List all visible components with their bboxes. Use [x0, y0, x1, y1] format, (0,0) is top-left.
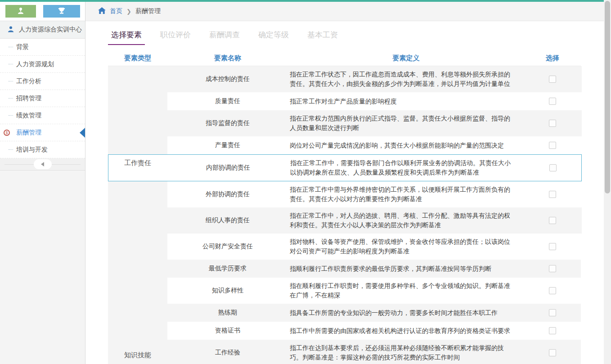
row-checkbox[interactable] [549, 142, 556, 149]
row-checkbox[interactable] [549, 76, 556, 83]
row-checkbox[interactable] [549, 217, 556, 224]
factor-name: 公司财产安全责任 [167, 243, 288, 251]
tab-salary-survey[interactable]: 薪酬调查 [206, 30, 243, 45]
table-row[interactable]: 知识多样性 指在顺利履行工作职责时，需要使用多种学科、多个专业领域的知识。判断基… [167, 278, 581, 304]
header-select: 选择 [524, 54, 581, 63]
table-row[interactable]: 最低学历要求 指顺利履行工作职责所要求的最低学历要求，其判断基准按同等学历判断 [167, 260, 581, 278]
header-factor-name: 要素名称 [167, 54, 288, 63]
table-row[interactable]: 工作经验 指工作在达到基本要求后，还必须运用某种必须随经验不断积累才能掌握的技巧… [167, 340, 581, 364]
home-icon[interactable] [98, 7, 106, 16]
tab-grade-determination[interactable]: 确定等级 [255, 30, 292, 45]
row-checkbox[interactable] [549, 265, 556, 272]
tab-position-evaluation[interactable]: 职位评价 [157, 30, 194, 45]
table-row[interactable]: 外部协调的责任 指在正常工作中需与外界维持密切的工作关系，以便顺利开展工作方面所… [167, 181, 582, 207]
tree-connector [9, 47, 13, 47]
org-button[interactable] [5, 5, 36, 18]
header-factor-definition: 要素定义 [288, 54, 524, 63]
sidebar-item-training[interactable]: 培训与开发 [0, 141, 85, 158]
tab-bar: 选择要素 职位评价 薪酬调查 确定等级 基本工资 [108, 30, 604, 45]
sidebar-item-performance[interactable]: 绩效管理 [0, 107, 85, 124]
user-icon [7, 26, 14, 34]
factor-name: 质量责任 [167, 97, 288, 105]
scrollbar-thumb[interactable] [605, 1, 610, 193]
factor-name: 知识多样性 [167, 287, 288, 295]
factor-definition: 指工作中所需要的由国家或者相关机构进行认证的非教育序列的资格类证书要求 [288, 323, 524, 339]
table-row[interactable]: 资格证书 指工作中所需要的由国家或者相关机构进行认证的非教育序列的资格类证书要求 [167, 322, 581, 340]
sidebar-item-background[interactable]: 背景 [0, 39, 85, 56]
table-row[interactable]: 产量责任 岗位对公司产量完成情况的影响，其责任大小根据所能影响的产量的范围决定 [167, 136, 582, 154]
breadcrumb-home-link[interactable]: 首页 [110, 7, 122, 15]
sidebar-collapse-button[interactable] [0, 158, 85, 171]
sidebar-menu: 背景 人力资源规划 工作分析 招聘管理 绩效管理 $ 薪酬管理 培训与开发 [0, 39, 85, 158]
header-factor-type: 要素类型 [108, 54, 167, 63]
factor-definition: 指在正常工作状态下，因工作疏忽而造成成本、费用、利息等额外损失所承担的责任。其责… [288, 66, 524, 92]
sidebar-item-label: 培训与开发 [16, 146, 48, 154]
sidebar-item-hr-planning[interactable]: 人力资源规划 [0, 56, 85, 73]
tree-connector [9, 81, 13, 81]
factor-definition: 岗位对公司产量完成情况的影响，其责任大小根据所能影响的产量的范围决定 [288, 137, 524, 154]
factor-name: 最低学历要求 [167, 265, 288, 273]
tab-base-salary[interactable]: 基本工资 [304, 30, 341, 45]
row-checkbox[interactable] [549, 98, 556, 105]
sidebar-filler [0, 171, 85, 364]
collapse-left-icon [41, 162, 44, 166]
factor-name: 工作经验 [167, 349, 288, 357]
category-label: 工作责任 [108, 159, 167, 167]
factor-definition: 指在顺利履行工作职责时，需要使用多种学科、多个专业领域的知识。判断基准在广博，不… [288, 278, 524, 304]
main-content: 选择要素 职位评价 薪酬调查 确定等级 基本工资 要素类型 要素名称 要素定义 … [85, 21, 604, 364]
sidebar-item-job-analysis[interactable]: 工作分析 [0, 73, 85, 90]
row-checkbox[interactable] [549, 349, 556, 356]
vertical-scrollbar [604, 0, 611, 364]
table-row[interactable]: 成本控制的责任 指在正常工作状态下，因工作疏忽而造成成本、费用、利息等额外损失所… [167, 66, 582, 92]
table-row[interactable]: 质量责任 指正常工作对生产产品质量的影响程度 [167, 92, 582, 110]
factor-name: 指导监督的责任 [167, 119, 288, 127]
sidebar-title-row: 人力资源综合实训中心 [0, 21, 85, 39]
sidebar-item-label: 背景 [16, 43, 29, 51]
factor-table: 要素类型 要素名称 要素定义 选择 工作责任 成本控制的责任 指在正常工作状态下… [108, 51, 581, 364]
factor-name: 熟练期 [167, 309, 288, 317]
table-row[interactable]: 指导监督的责任 指在正常权力范围内所执行的正式指导、监督。其责任大小根据所监督、… [167, 110, 582, 136]
tab-select-factors[interactable]: 选择要素 [108, 30, 145, 45]
table-row[interactable]: 熟练期 指具备工作所需的专业知识的一般劳动力，需要多长时间才能胜任本职工作 [167, 304, 581, 322]
factor-definition: 指具备工作所需的专业知识的一般劳动力，需要多长时间才能胜任本职工作 [288, 305, 524, 321]
factor-definition: 指对物料、设备等资产使用、保管或维护，资金收付等应承担的责任；以该岗位对公司资产… [288, 234, 524, 260]
row-checkbox[interactable] [549, 287, 556, 294]
factor-definition: 指在正常工作中需与外界维持密切的工作关系，以便顺利开展工作方面所负有的责任。其责… [288, 181, 524, 207]
table-group-work-responsibility: 工作责任 成本控制的责任 指在正常工作状态下，因工作疏忽而造成成本、费用、利息等… [108, 66, 581, 260]
group-rows: 最低学历要求 指顺利履行工作职责所要求的最低学历要求，其判断基准按同等学历判断 … [167, 260, 581, 364]
factor-name: 内部协调的责任 [168, 164, 288, 172]
table-row-selected[interactable]: 内部协调的责任 指在正常工作中，需要指导各部门合作以顺利开展业务的协调活动。其责… [108, 154, 582, 181]
row-checkbox[interactable] [549, 243, 556, 250]
factor-name: 产量责任 [167, 141, 288, 149]
factor-definition: 指在正常权力范围内所执行的正式指导、监督。其责任大小根据所监督、指导的人员数量和… [288, 110, 524, 136]
row-checkbox[interactable] [549, 327, 556, 334]
tree-connector [9, 115, 13, 116]
factor-definition: 指在正常工作中，需要指导各部门合作以顺利开展业务的协调活动。其责任大小以协调对象… [288, 155, 525, 181]
sidebar: 人力资源综合实训中心 背景 人力资源规划 工作分析 招聘管理 绩效管理 $ 薪酬… [0, 2, 85, 364]
sidebar-item-label: 绩效管理 [16, 112, 41, 120]
sidebar-item-label: 工作分析 [16, 77, 41, 85]
table-row[interactable]: 组织人事的责任 指在正常工作中，对人员的选拔、聘用、考核、工作分配、激励等具有法… [167, 207, 582, 234]
table-row[interactable]: 公司财产安全责任 指对物料、设备等资产使用、保管或维护，资金收付等应承担的责任；… [167, 234, 582, 260]
row-checkbox[interactable] [549, 120, 556, 127]
factor-definition: 指工作在达到基本要求后，还必须运用某种必须随经验不断积累才能掌握的技巧。判断基准… [288, 340, 524, 364]
active-item-arrow-icon [80, 128, 85, 138]
row-checkbox[interactable] [549, 164, 557, 171]
row-checkbox[interactable] [549, 309, 556, 316]
trophy-icon [58, 7, 66, 16]
row-checkbox[interactable] [549, 191, 556, 198]
tree-connector [9, 64, 13, 64]
sidebar-title: 人力资源综合实训中心 [19, 26, 82, 34]
award-button[interactable] [43, 5, 80, 18]
group-rows: 成本控制的责任 指在正常工作状态下，因工作疏忽而造成成本、费用、利息等额外损失所… [167, 66, 582, 260]
sidebar-item-label: 招聘管理 [16, 94, 41, 103]
tree-connector [9, 98, 13, 99]
tree-connector [9, 149, 13, 150]
sidebar-item-label: 人力资源规划 [16, 60, 54, 68]
factor-definition: 指正常工作对生产产品质量的影响程度 [288, 93, 524, 110]
person-icon [17, 7, 25, 16]
category-label: 知识技能 [108, 351, 167, 360]
sidebar-item-recruitment[interactable]: 招聘管理 [0, 90, 85, 107]
sidebar-item-compensation[interactable]: $ 薪酬管理 [0, 124, 85, 141]
factor-definition: 指顺利履行工作职责所要求的最低学历要求，其判断基准按同等学历判断 [288, 261, 524, 277]
